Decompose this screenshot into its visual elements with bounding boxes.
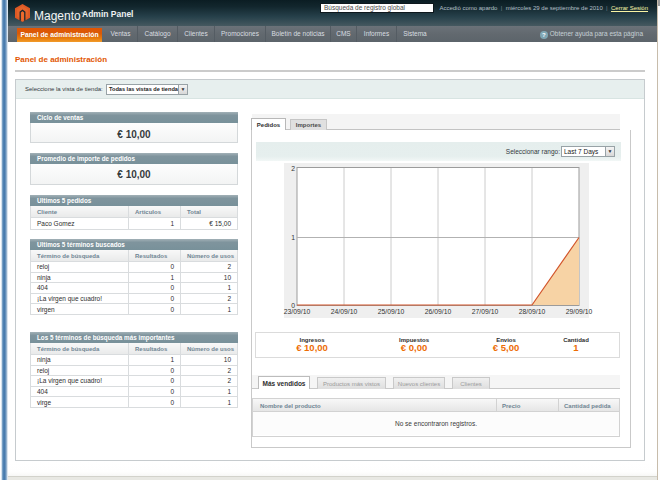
svg-text:24/09/10: 24/09/10 <box>331 308 358 315</box>
svg-text:26/09/10: 26/09/10 <box>425 308 452 315</box>
svg-text:2: 2 <box>291 165 295 172</box>
svg-text:1: 1 <box>291 234 295 241</box>
svg-text:25/09/10: 25/09/10 <box>378 308 405 315</box>
svg-text:28/09/10: 28/09/10 <box>519 308 546 315</box>
svg-text:27/09/10: 27/09/10 <box>472 308 499 315</box>
svg-text:29/09/10: 29/09/10 <box>566 308 593 315</box>
svg-text:23/09/10: 23/09/10 <box>284 308 311 315</box>
